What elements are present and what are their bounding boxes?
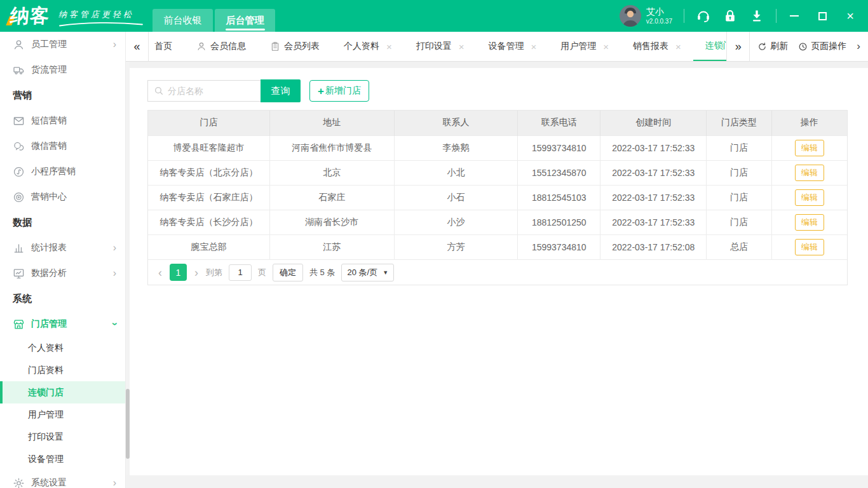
- sidebar-item-label: 统计报表: [31, 242, 67, 254]
- goto-confirm-button[interactable]: 确定: [273, 264, 303, 281]
- add-store-button[interactable]: + 新增门店: [309, 80, 369, 102]
- sidebar-item[interactable]: 门店管理›: [0, 311, 125, 337]
- bar-chart-icon: [13, 242, 25, 254]
- close-tab-icon[interactable]: ×: [531, 42, 537, 51]
- page-tab[interactable]: 设备管理×: [477, 32, 549, 61]
- sidebar-item[interactable]: 员工管理›: [0, 32, 125, 57]
- refresh-icon: [757, 42, 767, 51]
- goto-prefix-label: 到第: [206, 267, 222, 278]
- table-row: 博爱县旺客隆超市河南省焦作市博爱县李焕鹅159937348102022-03-1…: [148, 135, 847, 160]
- window-close-icon[interactable]: ×: [844, 10, 857, 22]
- open-page-tabs: 首页会员信息会员列表个人资料×打印设置×设备管理×用户管理×销售报表×连锁门店×: [149, 32, 726, 61]
- table-cell: 2022-03-17 17:52:33: [600, 210, 707, 234]
- content-area: « 首页会员信息会员列表个人资料×打印设置×设备管理×用户管理×销售报表×连锁门…: [126, 32, 868, 488]
- close-tab-icon[interactable]: ×: [459, 42, 465, 51]
- edit-button[interactable]: 编辑: [795, 239, 824, 255]
- sidebar-subitem[interactable]: 打印设置: [0, 426, 125, 448]
- customer-service-icon[interactable]: [696, 8, 711, 24]
- sidebar-scrollbar-thumb[interactable]: [126, 389, 130, 459]
- chevron-right-icon: ›: [113, 268, 116, 279]
- sidebar-item[interactable]: 数据分析›: [0, 261, 125, 286]
- sidebar-subitem[interactable]: 用户管理: [0, 403, 125, 426]
- tabs-scroll-left-icon[interactable]: «: [126, 32, 149, 61]
- table-cell: 15993734810: [518, 135, 600, 160]
- user-icon: [13, 39, 25, 51]
- monitor-chart-icon: [13, 268, 25, 280]
- mode-tab-1[interactable]: 后台管理: [215, 9, 275, 32]
- mode-tabs: 前台收银后台管理: [153, 0, 275, 32]
- page-tab-label: 销售报表: [633, 41, 668, 52]
- column-header: 联系人: [394, 111, 518, 135]
- close-tab-icon[interactable]: ×: [675, 42, 681, 51]
- sidebar-subitem[interactable]: 门店资料: [0, 359, 125, 381]
- sidebar-item[interactable]: 营销中心: [0, 184, 125, 210]
- miniprogram-icon: [13, 166, 25, 178]
- content-top-strip: [126, 62, 868, 68]
- table-cell-actions: 编辑: [771, 135, 847, 160]
- sidebar-subitem[interactable]: 设备管理: [0, 448, 125, 470]
- sidebar-item[interactable]: 短信营销: [0, 108, 125, 133]
- prev-page-icon[interactable]: ‹: [157, 267, 163, 278]
- page-tab[interactable]: 会员信息: [184, 32, 258, 61]
- window-minimize-icon[interactable]: [788, 10, 801, 22]
- page-operations-button[interactable]: 页面操作: [798, 41, 846, 52]
- sidebar-item[interactable]: 系统设置›: [0, 470, 125, 488]
- window-maximize-icon[interactable]: [816, 10, 829, 22]
- page-tab[interactable]: 个人资料×: [332, 32, 404, 61]
- sidebar-section-heading: 数据: [0, 210, 125, 235]
- stores-table: 门店地址联系人联系电话创建时间门店类型操作 博爱县旺客隆超市河南省焦作市博爱县李…: [148, 111, 847, 259]
- close-tab-icon[interactable]: ×: [386, 42, 392, 51]
- refresh-button[interactable]: 刷新: [757, 41, 788, 52]
- gear-icon: [13, 477, 25, 488]
- chevron-right-icon: ›: [113, 39, 116, 50]
- goto-page-input[interactable]: [229, 264, 252, 281]
- sidebar-item-label: 货流管理: [31, 64, 67, 76]
- table-cell: 18812501250: [518, 210, 600, 234]
- mode-tab-0[interactable]: 前台收银: [153, 9, 213, 32]
- lock-icon[interactable]: [722, 8, 738, 24]
- sidebar-section-heading: 营销: [0, 83, 125, 108]
- sidebar-item[interactable]: 小程序营销: [0, 159, 125, 184]
- sidebar-item[interactable]: 微信营销: [0, 133, 125, 159]
- edit-button[interactable]: 编辑: [795, 165, 824, 181]
- table-cell: 纳客专卖店（北京分店）: [148, 160, 269, 185]
- sidebar-item[interactable]: 货流管理: [0, 57, 125, 83]
- edit-button[interactable]: 编辑: [795, 189, 824, 206]
- page-tab[interactable]: 打印设置×: [404, 32, 477, 61]
- download-icon[interactable]: [749, 8, 764, 24]
- page-tab[interactable]: 用户管理×: [548, 32, 621, 61]
- app-tagline: 纳客管店更轻松: [58, 9, 144, 27]
- store-name-search-input[interactable]: [168, 86, 261, 96]
- search-button[interactable]: 查询: [261, 79, 301, 102]
- table-cell: 小北: [394, 160, 518, 185]
- page-operations-icon: [798, 42, 808, 51]
- page-size-select[interactable]: 20 条/页 ▼: [341, 264, 394, 281]
- table-cell: 门店: [707, 185, 771, 210]
- sidebar-subitem[interactable]: 连锁门店: [0, 381, 125, 403]
- tabs-scroll-right-icon[interactable]: »: [726, 32, 749, 61]
- page-tab[interactable]: 会员列表: [258, 32, 332, 61]
- toolbar: 查询 + 新增门店: [147, 79, 848, 102]
- edit-button[interactable]: 编辑: [795, 214, 824, 231]
- page-tab-label: 用户管理: [560, 41, 596, 52]
- next-page-icon[interactable]: ›: [193, 267, 200, 278]
- sidebar-item[interactable]: 统计报表›: [0, 235, 125, 261]
- page-tab[interactable]: 销售报表×: [621, 32, 693, 61]
- table-cell: 腕宝总部: [148, 234, 269, 259]
- edit-button[interactable]: 编辑: [795, 140, 824, 156]
- chain-stores-panel: 查询 + 新增门店 门店地址联系人联系电话创建时间门店类型操作 博爱县旺客隆超市…: [126, 68, 868, 285]
- brand: 纳客 纳客管店更轻松: [0, 0, 144, 32]
- table-cell: 2022-03-17 17:52:33: [600, 135, 707, 160]
- page-tab[interactable]: 首页: [149, 32, 184, 61]
- sidebar-item-label: 微信营销: [31, 140, 67, 152]
- sidebar: 员工管理›货流管理营销短信营销微信营销小程序营销营销中心数据统计报表›数据分析›…: [0, 32, 126, 488]
- table-cell: 李焕鹅: [394, 135, 518, 160]
- current-page-button[interactable]: 1: [170, 264, 187, 281]
- user-info[interactable]: 艾小 v2.0.0.37: [620, 5, 672, 27]
- sidebar-subitem[interactable]: 个人资料: [0, 337, 125, 359]
- tabbar-more-right-icon[interactable]: ›: [857, 40, 860, 53]
- close-tab-icon[interactable]: ×: [603, 42, 609, 51]
- page-tab[interactable]: 连锁门店×: [693, 32, 727, 61]
- table-cell: 小沙: [394, 210, 518, 234]
- table-cell: 2022-03-17 17:52:33: [600, 160, 707, 185]
